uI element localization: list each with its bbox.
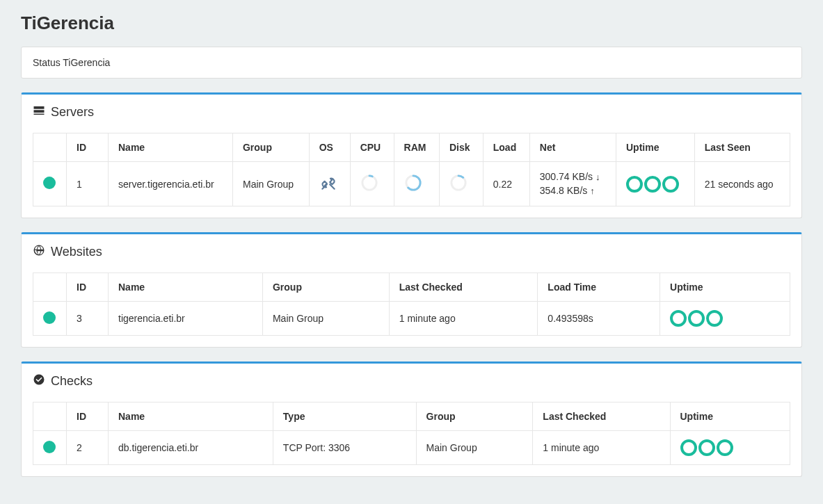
cell-type: TCP Port: 3306 (273, 431, 416, 465)
col-id: ID (67, 133, 109, 162)
col-cpu: CPU (350, 133, 394, 162)
cpu-gauge-icon (360, 174, 378, 192)
status-dot (43, 441, 56, 453)
page-title: TiGerencia (21, 13, 802, 34)
globe-icon (33, 244, 45, 260)
svg-point-0 (362, 176, 376, 190)
cell-last-checked: 1 minute ago (533, 431, 670, 465)
cell-net: 300.74 KB/s ↓ 354.8 KB/s ↑ (529, 162, 616, 206)
cell-status (33, 302, 67, 336)
cell-name[interactable]: db.tigerencia.eti.br (109, 431, 273, 465)
cell-load: 0.22 (483, 162, 529, 206)
col-status (33, 133, 67, 162)
uptime-circle-icon (698, 439, 715, 456)
col-name: Name (109, 133, 233, 162)
check-circle-icon (33, 373, 45, 389)
cell-name[interactable]: server.tigerencia.eti.br (109, 162, 233, 206)
cell-disk (439, 162, 483, 206)
col-type: Type (273, 403, 416, 431)
ram-gauge-icon (404, 174, 422, 192)
col-name: Name (109, 273, 263, 302)
col-uptime: Uptime (616, 133, 694, 162)
servers-heading: Servers (22, 95, 801, 126)
cell-id: 1 (67, 162, 109, 206)
cell-ram (394, 162, 439, 206)
cell-os (309, 162, 350, 206)
cell-group: Main Group (416, 431, 533, 465)
checks-heading-label: Checks (51, 374, 93, 389)
uptime-circle-icon (662, 176, 679, 193)
col-uptime: Uptime (660, 273, 790, 302)
status-dot (43, 311, 56, 324)
uptime-circle-icon (626, 176, 643, 193)
col-net: Net (529, 133, 616, 162)
uptime-circle-icon (717, 439, 733, 456)
arrow-down-icon: ↓ (596, 172, 600, 182)
cell-last-checked: 1 minute ago (389, 302, 538, 336)
col-group: Group (416, 403, 533, 431)
uptime-circle-icon (680, 439, 697, 456)
uptime-indicator (680, 439, 781, 456)
status-label: Status TiGerencia (22, 47, 801, 78)
col-last-checked: Last Checked (533, 403, 670, 431)
table-row[interactable]: 3 tigerencia.eti.br Main Group 1 minute … (33, 302, 790, 336)
uptime-circle-icon (670, 310, 687, 327)
servers-icon (33, 104, 45, 120)
websites-table: ID Name Group Last Checked Load Time Upt… (33, 273, 790, 336)
col-last-checked: Last Checked (389, 273, 538, 302)
websites-heading: Websites (22, 234, 801, 266)
uptime-circle-icon (644, 176, 661, 193)
status-panel: Status TiGerencia (21, 47, 802, 79)
checks-panel: Checks ID Name Type Group Last Checked U… (21, 361, 802, 477)
cell-cpu (350, 162, 394, 206)
col-group: Group (262, 273, 389, 302)
websites-heading-label: Websites (51, 245, 102, 259)
col-load: Load (483, 133, 529, 162)
cell-uptime (616, 162, 694, 206)
tools-icon (319, 183, 337, 194)
col-status (33, 403, 67, 431)
cell-group: Main Group (262, 302, 389, 336)
cell-last-seen: 21 seconds ago (694, 162, 790, 206)
table-row[interactable]: 1 server.tigerencia.eti.br Main Group (33, 162, 790, 206)
servers-heading-label: Servers (51, 105, 94, 120)
uptime-circle-icon (688, 310, 705, 327)
cell-load-time: 0.493598s (538, 302, 660, 336)
arrow-up-icon: ↑ (590, 186, 595, 196)
net-up: 354.8 KB/s (540, 185, 588, 196)
checks-table: ID Name Type Group Last Checked Uptime 2… (33, 402, 790, 465)
col-status (33, 273, 67, 302)
uptime-circle-icon (706, 310, 723, 327)
checks-heading: Checks (22, 364, 801, 395)
cell-status (33, 431, 67, 465)
col-id: ID (67, 273, 109, 302)
uptime-indicator (670, 310, 780, 327)
cell-group: Main Group (232, 162, 309, 206)
col-name: Name (109, 403, 273, 431)
status-dot (43, 177, 56, 189)
cell-status (33, 162, 67, 206)
servers-panel: Servers ID Name Group OS CPU RAM Disk Lo… (21, 92, 802, 218)
websites-panel: Websites ID Name Group Last Checked Load… (21, 232, 802, 348)
cell-id: 3 (67, 302, 109, 336)
col-group: Group (232, 133, 309, 162)
uptime-indicator (626, 176, 685, 193)
col-ram: RAM (394, 133, 439, 162)
cell-name[interactable]: tigerencia.eti.br (109, 302, 263, 336)
disk-gauge-icon (449, 174, 468, 192)
servers-table: ID Name Group OS CPU RAM Disk Load Net U… (33, 133, 790, 206)
col-uptime: Uptime (670, 403, 790, 431)
col-last-seen: Last Seen (694, 133, 790, 162)
cell-uptime (670, 431, 790, 465)
col-id: ID (67, 403, 109, 431)
col-disk: Disk (439, 133, 483, 162)
col-load-time: Load Time (538, 273, 660, 302)
cell-id: 2 (67, 431, 109, 465)
col-os: OS (309, 133, 350, 162)
cell-uptime (660, 302, 790, 336)
table-row[interactable]: 2 db.tigerencia.eti.br TCP Port: 3306 Ma… (33, 431, 790, 465)
net-down: 300.74 KB/s (540, 171, 593, 182)
